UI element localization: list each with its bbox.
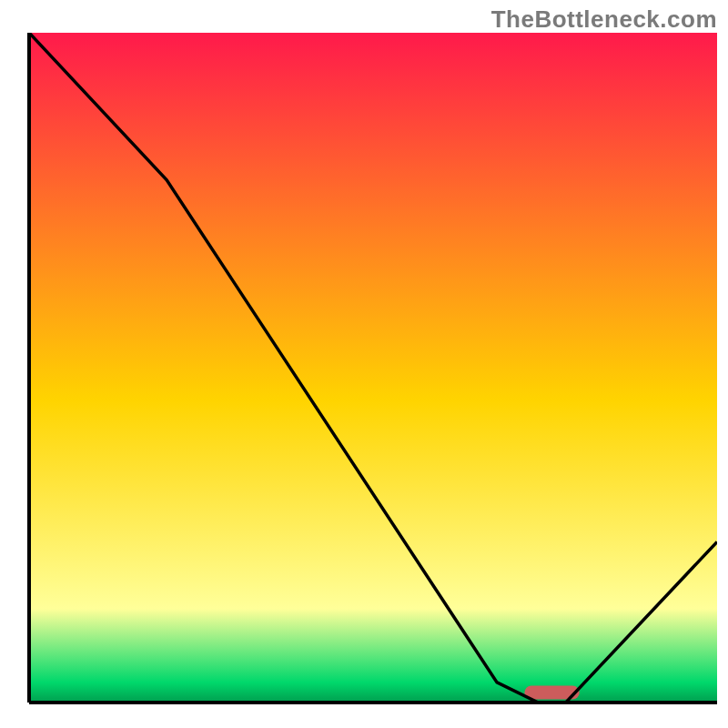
- bottleneck-chart: [0, 0, 728, 728]
- chart-container: TheBottleneck.com: [0, 0, 728, 728]
- plot-background: [29, 33, 717, 703]
